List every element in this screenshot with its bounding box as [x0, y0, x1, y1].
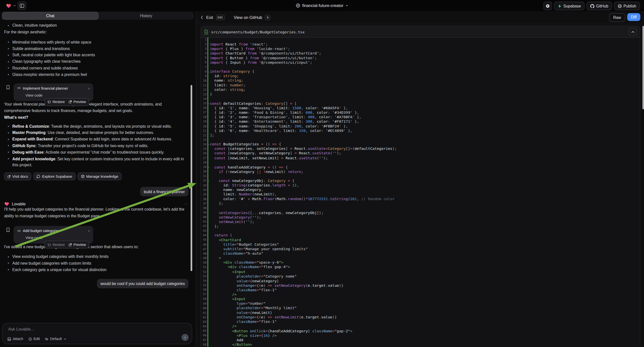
- code-line: 43: [201, 228, 640, 233]
- tab-chat[interactable]: Chat: [2, 12, 98, 20]
- publish-button[interactable]: Publish: [614, 2, 640, 10]
- line-number: 35: [201, 192, 207, 196]
- list-item: Each category gets a unique color for vi…: [4, 266, 189, 273]
- code-line: 57 />: [201, 292, 640, 297]
- manage-knowledge-button[interactable]: Manage knowledge: [78, 172, 122, 180]
- supabase-bolt-icon: [558, 4, 562, 8]
- send-button[interactable]: ↑: [182, 334, 188, 341]
- line-number: 63: [201, 320, 207, 324]
- sliders-icon: [45, 337, 48, 341]
- list-item: Expand with Backend: Connect Supabase to…: [4, 136, 189, 142]
- code-line: 10 name: string;: [201, 78, 640, 83]
- code-line: 34 name: newCategory,: [201, 188, 640, 192]
- line-number: 16: [201, 106, 207, 110]
- view-code-link[interactable]: View code: [26, 93, 89, 97]
- design-intro: For the design aesthetic:: [4, 29, 189, 35]
- line-number: 25: [201, 147, 207, 151]
- exit-button[interactable]: Exit: [206, 15, 213, 20]
- line-number: 32⌄: [201, 179, 207, 182]
- code-line: 59 type="number": [201, 301, 640, 306]
- fold-caret-icon[interactable]: ⌄: [208, 102, 209, 104]
- chat-message-list[interactable]: Clean, intuitive navigation For the desi…: [0, 21, 196, 324]
- raw-toggle-button[interactable]: Raw: [609, 13, 625, 22]
- code-line: 3import { Plus } from 'lucide-react';: [201, 46, 640, 51]
- version-card-row: <> Add budget categories › View code Res…: [4, 226, 189, 244]
- version-card-implement-financial-planner[interactable]: <> Implement financial planner › View co…: [14, 83, 93, 101]
- preview-button[interactable]: Preview: [68, 100, 86, 104]
- line-number: 48: [201, 252, 207, 256]
- list-item: Glass-morphic elements for a premium fee…: [4, 72, 189, 78]
- chat-scrollbar[interactable]: [191, 85, 192, 271]
- code-line: 12 color: string;: [201, 87, 640, 92]
- fold-caret-icon[interactable]: ⌄: [208, 143, 209, 145]
- file-diff-card: src/components/budget/BudgetCategories.t…: [200, 26, 640, 347]
- publish-globe-icon: [618, 4, 622, 8]
- code-line: 33 id: String(categories.length + 1),: [201, 183, 640, 188]
- collapse-file-button[interactable]: [629, 28, 636, 36]
- code-line: 47 subtitle="Manage your spending limits…: [201, 247, 640, 251]
- file-path: src/components/budget/BudgetCategories.t…: [211, 30, 305, 34]
- quick-actions-row: Visit docs Explore Supabase Manage knowl…: [4, 172, 189, 180]
- code-view-panel: Exit ESC View on GitHub G Raw Diff src/c…: [196, 11, 644, 347]
- chevron-down-icon: [64, 337, 66, 340]
- attach-button[interactable]: Attach: [8, 337, 24, 341]
- code-lines[interactable]: 12import React from 'react';3import { Pl…: [201, 37, 640, 347]
- visit-docs-button[interactable]: Visit docs: [4, 172, 31, 180]
- code-line: 28: [201, 160, 640, 165]
- line-number: 14: [201, 97, 207, 100]
- github-button[interactable]: GitHub: [587, 2, 612, 10]
- line-number: 33: [201, 184, 207, 187]
- lovable-heart-icon: [4, 202, 10, 206]
- code-line: 50 <div className="space-y-6">: [201, 260, 640, 265]
- project-name: financial-future-creator: [302, 3, 343, 8]
- chat-input[interactable]: [8, 326, 132, 332]
- supabase-button[interactable]: Supabase: [554, 2, 585, 10]
- line-number: 7: [201, 65, 207, 69]
- bookmark-icon[interactable]: [6, 85, 10, 101]
- version-toolbar: Restore Preview: [44, 98, 89, 106]
- preview-button[interactable]: Preview: [68, 243, 86, 247]
- code-scrollbar[interactable]: [642, 26, 644, 109]
- code-line: 41 setNewLimit('');: [201, 219, 640, 224]
- line-number: 65: [201, 329, 207, 333]
- code-line: 7: [201, 65, 640, 69]
- fold-caret-icon[interactable]: ⌄: [208, 70, 209, 72]
- added-file-icon: [204, 29, 208, 34]
- bookmark-icon[interactable]: [6, 228, 10, 244]
- code-line: 51 <div className="flex gap-4">: [201, 265, 640, 269]
- attach-image-icon: [8, 337, 11, 341]
- restore-button[interactable]: Restore: [48, 100, 65, 104]
- view-on-github-button[interactable]: View on GitHub: [234, 15, 262, 20]
- diff-added-gutter: [207, 96, 208, 101]
- view-code-link[interactable]: View code: [26, 236, 89, 240]
- diff-added-gutter: [207, 138, 208, 142]
- edit-mode-button[interactable]: Edit: [28, 337, 40, 341]
- user-message-bubble: build a financial planner: [140, 187, 188, 196]
- code-line: 68 </Button>: [201, 342, 640, 347]
- tab-history[interactable]: History: [98, 12, 194, 20]
- line-number: 54: [201, 279, 207, 283]
- code-line: 11 limit: number;: [201, 83, 640, 87]
- restore-button[interactable]: Restore: [48, 243, 65, 247]
- line-number: 62: [201, 316, 207, 319]
- assistant-paragraph: I've added a new budget categories manag…: [4, 244, 189, 250]
- version-card-add-budget-categories[interactable]: <> Add budget categories › View code Res…: [14, 226, 93, 244]
- code-line: 5import { Button } from '@/components/ui…: [201, 56, 640, 60]
- settings-button[interactable]: [544, 2, 552, 10]
- code-line: 67 Add: [201, 338, 640, 342]
- file-header[interactable]: src/components/budget/BudgetCategories.t…: [201, 26, 640, 38]
- diff-toggle-button[interactable]: Diff: [627, 13, 640, 21]
- line-number: 52: [201, 270, 207, 274]
- message-menu-button[interactable]: ···: [184, 202, 189, 206]
- list-item: Subtle animations and transitions: [4, 45, 189, 52]
- code-line: 24⌄const BudgetCategories = () => {: [201, 142, 640, 146]
- fold-caret-icon[interactable]: ⌄: [208, 166, 209, 168]
- model-selector[interactable]: Default: [45, 337, 66, 341]
- line-number: 58: [201, 297, 207, 301]
- diff-added-gutter: [207, 37, 208, 42]
- fold-caret-icon[interactable]: ⌄: [208, 179, 209, 182]
- list-item: Refine & Customize: Tweak the design, an…: [4, 123, 189, 130]
- explore-supabase-button[interactable]: Explore Supabase: [33, 172, 76, 180]
- chat-history-tabs: Chat History: [2, 12, 194, 20]
- code-line: 6import { Input } from '@/components/ui/…: [201, 60, 640, 65]
